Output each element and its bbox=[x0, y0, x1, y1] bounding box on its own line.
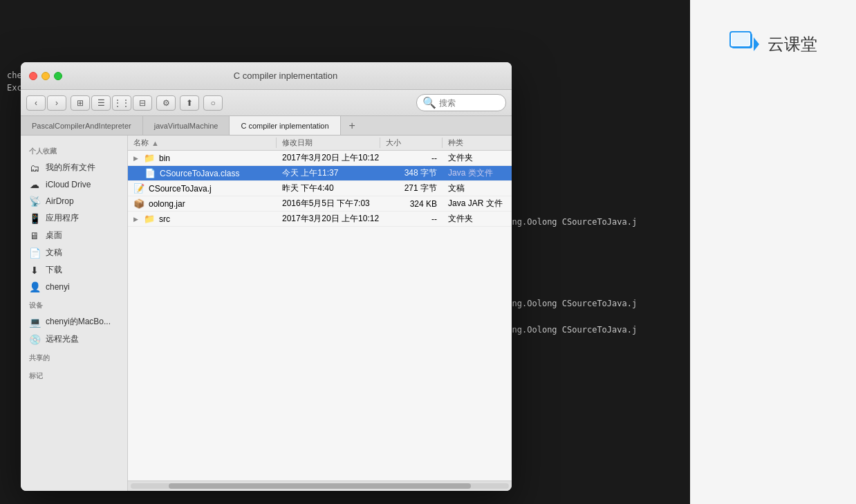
sidebar-item-downloads-label: 下载 bbox=[46, 264, 62, 276]
sidebar-item-all-files-label: 我的所有文件 bbox=[46, 162, 95, 174]
traffic-lights bbox=[29, 72, 62, 80]
airdrop-icon: 📡 bbox=[29, 196, 40, 207]
sidebar-item-desktop-label: 桌面 bbox=[46, 230, 62, 241]
file-date-jar: 2016年5月5日 下午7:03 bbox=[277, 198, 380, 209]
finder-content: 个人收藏 🗂 我的所有文件 ☁ iCloud Drive 📡 AirDrop 📱… bbox=[21, 136, 512, 491]
sidebar-item-documents[interactable]: 📄 文稿 bbox=[21, 244, 127, 261]
expand-triangle-bin[interactable]: ▶ bbox=[133, 155, 138, 162]
close-button[interactable] bbox=[29, 72, 37, 80]
finder-toolbar: ‹ › ⊞ ☰ ⋮⋮ ⊟ ⚙ ⬆ ○ 🔍 bbox=[21, 90, 512, 116]
file-date-bin: 2017年3月20日 上午10:12 bbox=[277, 152, 380, 164]
file-size-j: 271 字节 bbox=[380, 183, 443, 194]
search-icon: 🔍 bbox=[422, 96, 436, 109]
icloud-icon: ☁ bbox=[29, 179, 40, 190]
file-kind-bin: 文件夹 bbox=[443, 152, 512, 164]
sidebar-item-all-files[interactable]: 🗂 我的所有文件 bbox=[21, 159, 127, 176]
finder-window: C compiler inplementation ‹ › ⊞ ☰ ⋮⋮ ⊟ ⚙… bbox=[21, 62, 512, 491]
file-date-j: 昨天 下午4:40 bbox=[277, 183, 380, 194]
svg-marker-3 bbox=[754, 37, 759, 51]
yunketang-icon bbox=[729, 28, 762, 61]
finder-window-title: C compiler inplementation bbox=[68, 71, 503, 81]
folder-icon-bin: 📁 bbox=[144, 153, 155, 163]
col-kind[interactable]: 种类 bbox=[443, 138, 512, 148]
folder-icon-src: 📁 bbox=[144, 214, 155, 224]
all-files-icon: 🗂 bbox=[29, 162, 40, 174]
file-row-bin[interactable]: ▶ 📁 bin 2017年3月20日 上午10:12 -- 文件夹 bbox=[128, 151, 512, 166]
minimize-button[interactable] bbox=[41, 72, 50, 80]
documents-icon: 📄 bbox=[29, 248, 40, 259]
sidebar-item-applications[interactable]: 📱 应用程序 bbox=[21, 209, 127, 227]
tab-ccompiler[interactable]: C compiler inplementation bbox=[230, 116, 340, 135]
back-nav-button[interactable]: ‹ bbox=[26, 95, 46, 111]
file-name-src: ▶ 📁 src bbox=[128, 214, 277, 224]
file-row-class[interactable]: 📄 CSourceToJava.class 今天 上午11:37 348 字节 … bbox=[128, 166, 512, 181]
list-view-button[interactable]: ☰ bbox=[91, 95, 111, 111]
sidebar-section-tags: 标记 bbox=[21, 366, 127, 384]
file-kind-j: 文稿 bbox=[443, 183, 512, 194]
col-name[interactable]: 名称 ▲ bbox=[128, 138, 277, 148]
maximize-button[interactable] bbox=[54, 72, 62, 80]
sidebar-item-macbook-label: chenyi的MacBo... bbox=[46, 316, 111, 328]
hscroll-track bbox=[131, 483, 509, 489]
forward-nav-button[interactable]: › bbox=[47, 95, 66, 111]
col-date[interactable]: 修改日期 bbox=[277, 138, 380, 148]
remote-disk-icon: 💿 bbox=[29, 334, 40, 345]
finder-titlebar: C compiler inplementation bbox=[21, 62, 512, 90]
sidebar-item-applications-label: 应用程序 bbox=[46, 212, 79, 224]
applications-icon: 📱 bbox=[29, 213, 40, 224]
share-button[interactable]: ⬆ bbox=[180, 95, 199, 111]
icon-view-button[interactable]: ⊞ bbox=[71, 95, 90, 111]
sidebar-item-macbook[interactable]: 💻 chenyi的MacBo... bbox=[21, 313, 127, 330]
file-row-j[interactable]: 📝 CSourceToJava.j 昨天 下午4:40 271 字节 文稿 bbox=[128, 181, 512, 196]
sidebar-item-airdrop[interactable]: 📡 AirDrop bbox=[21, 193, 127, 209]
file-name-jar: 📦 oolong.jar bbox=[128, 198, 277, 209]
sidebar-item-icloud[interactable]: ☁ iCloud Drive bbox=[21, 176, 127, 193]
col-size[interactable]: 大小 bbox=[380, 138, 443, 148]
user-icon: 👤 bbox=[29, 281, 40, 292]
file-date-class: 今天 上午11:37 bbox=[277, 167, 380, 179]
file-row-src[interactable]: ▶ 📁 src 2017年3月20日 上午10:12 -- 文件夹 bbox=[128, 212, 512, 227]
file-size-class: 348 字节 bbox=[380, 167, 443, 179]
sidebar-section-shared: 共享的 bbox=[21, 348, 127, 366]
sidebar-item-user[interactable]: 👤 chenyi bbox=[21, 279, 127, 295]
sidebar-item-desktop[interactable]: 🖥 桌面 bbox=[21, 227, 127, 244]
sidebar-item-icloud-label: iCloud Drive bbox=[46, 180, 91, 189]
finder-tabs: PascalCompilerAndIntepreter javaVirtualM… bbox=[21, 116, 512, 136]
svg-rect-2 bbox=[732, 33, 750, 46]
yunketang-title: 云课堂 bbox=[767, 33, 817, 55]
file-name-bin: ▶ 📁 bin bbox=[128, 153, 277, 163]
horizontal-scrollbar[interactable] bbox=[128, 480, 512, 491]
search-input[interactable] bbox=[439, 98, 500, 108]
finder-file-area: 名称 ▲ 修改日期 大小 种类 ▶ 📁 bin 2017年3月20日 上午10:… bbox=[128, 136, 512, 491]
file-size-jar: 324 KB bbox=[380, 199, 443, 209]
tab-pascal[interactable]: PascalCompilerAndIntepreter bbox=[21, 116, 143, 135]
search-box[interactable]: 🔍 bbox=[416, 94, 506, 111]
expand-triangle-src[interactable]: ▶ bbox=[133, 216, 138, 223]
file-kind-jar: Java JAR 文件 bbox=[443, 198, 512, 209]
java-class-icon: 📄 bbox=[145, 168, 156, 178]
sidebar-item-remote-disk-label: 远程光盘 bbox=[46, 333, 79, 345]
downloads-icon: ⬇ bbox=[29, 265, 40, 276]
file-list-header: 名称 ▲ 修改日期 大小 种类 bbox=[128, 136, 512, 151]
sidebar-item-airdrop-label: AirDrop bbox=[46, 196, 74, 206]
file-list-body: ▶ 📁 bin 2017年3月20日 上午10:12 -- 文件夹 📄 CSou… bbox=[128, 151, 512, 480]
gallery-view-button[interactable]: ⊟ bbox=[133, 95, 152, 111]
sidebar-item-remote-disk[interactable]: 💿 远程光盘 bbox=[21, 330, 127, 348]
macbook-icon: 💻 bbox=[29, 317, 40, 328]
view-buttons: ⊞ ☰ ⋮⋮ ⊟ bbox=[71, 95, 152, 111]
sidebar-item-user-label: chenyi bbox=[46, 282, 70, 292]
action-button[interactable]: ⚙ bbox=[156, 95, 176, 111]
desktop-icon: 🖥 bbox=[29, 230, 40, 241]
file-kind-src: 文件夹 bbox=[443, 213, 512, 225]
tag-button[interactable]: ○ bbox=[203, 95, 223, 111]
file-row-jar[interactable]: 📦 oolong.jar 2016年5月5日 下午7:03 324 KB Jav… bbox=[128, 196, 512, 212]
sidebar-section-devices: 设备 bbox=[21, 295, 127, 313]
sidebar-section-favorites: 个人收藏 bbox=[21, 141, 127, 159]
file-size-src: -- bbox=[380, 214, 443, 224]
column-view-button[interactable]: ⋮⋮ bbox=[112, 95, 131, 111]
hscroll-thumb[interactable] bbox=[169, 483, 472, 489]
tab-jvm[interactable]: javaVirtualMachine bbox=[143, 116, 230, 135]
tab-add[interactable]: + bbox=[344, 116, 361, 135]
sidebar-item-downloads[interactable]: ⬇ 下载 bbox=[21, 261, 127, 279]
file-name-j: 📝 CSourceToJava.j bbox=[128, 183, 277, 194]
